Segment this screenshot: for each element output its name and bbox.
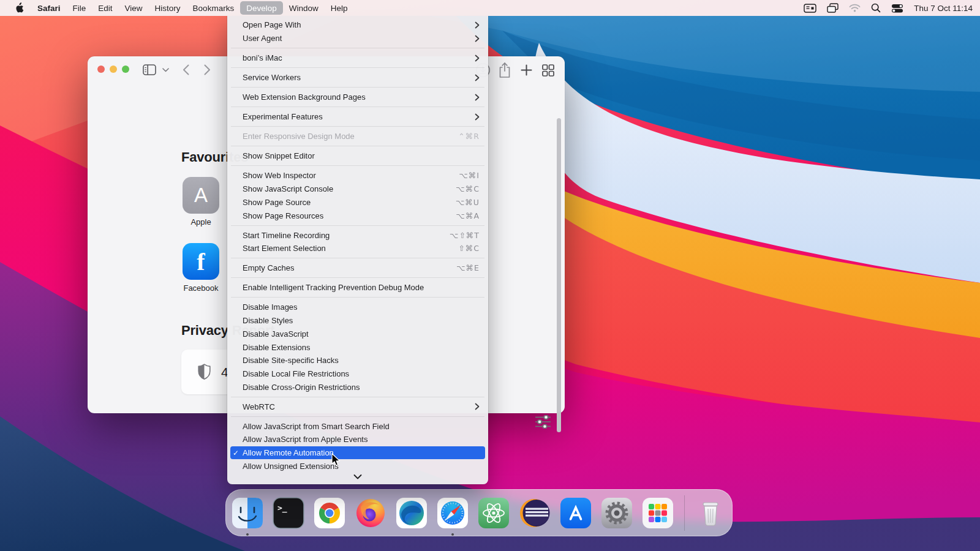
menu-item-disable-styles[interactable]: Disable Styles	[227, 314, 488, 328]
window-close-button[interactable]	[97, 66, 105, 73]
menu-item-label: Enter Responsive Design Mode	[243, 132, 355, 141]
menubar-item-bookmarks[interactable]: Bookmarks	[187, 1, 241, 15]
tab-overview-button-icon[interactable]	[542, 64, 554, 77]
menubar-item-help[interactable]: Help	[325, 1, 354, 15]
menu-item-allow-unsigned-extensions[interactable]: Allow Unsigned Extensions	[227, 459, 488, 473]
dock-finder-icon[interactable]	[230, 495, 265, 530]
menu-bar-left: SafariFileEditViewHistoryBookmarksDevelo…	[0, 0, 353, 16]
apple-menu[interactable]	[7, 0, 31, 16]
menu-item-show-web-inspector[interactable]: Show Web Inspector⌥⌘I	[227, 169, 488, 182]
menu-item-start-element-selection[interactable]: Start Element Selection⇧⌘C	[227, 242, 488, 255]
submenu-arrow-icon	[475, 35, 480, 42]
dock-firefox-icon[interactable]	[353, 495, 388, 530]
dock-trash-icon[interactable]	[693, 495, 728, 530]
window-minimize-button[interactable]	[110, 66, 117, 73]
menu-item-webrtc[interactable]: WebRTC	[227, 400, 488, 413]
apple-favicon[interactable]: A	[183, 177, 219, 214]
menu-item-label: Empty Caches	[243, 263, 295, 272]
menu-item-boni-s-imac[interactable]: boni’s iMac	[227, 51, 488, 65]
menu-item-allow-javascript-from-apple-events[interactable]: Allow JavaScript from Apple Events	[227, 433, 488, 446]
dock-terminal-icon[interactable]: >_	[271, 495, 306, 530]
menu-item-user-agent[interactable]: User Agent	[227, 32, 488, 45]
customize-start-page-icon[interactable]	[535, 415, 551, 429]
back-button-icon[interactable]	[183, 64, 189, 75]
menu-separator	[231, 397, 484, 397]
finder-app-icon	[230, 496, 265, 530]
window-zoom-button[interactable]	[122, 66, 129, 73]
control-center-icon[interactable]	[891, 4, 903, 13]
menu-item-allow-remote-automation[interactable]: ✓Allow Remote Automation	[230, 446, 485, 460]
favourite-label: Facebook	[183, 283, 219, 293]
trash-app-icon	[693, 496, 728, 530]
wifi-icon[interactable]	[849, 4, 861, 12]
menu-item-experimental-features[interactable]: Experimental Features	[227, 110, 488, 124]
menu-item-shortcut: ⌥⌘A	[456, 211, 480, 220]
submenu-arrow	[475, 54, 480, 62]
menu-item-enable-intelligent-tracking-prevention-debug-mode[interactable]: Enable Intelligent Tracking Prevention D…	[227, 281, 488, 294]
chrome-app-icon	[312, 496, 347, 530]
menu-item-show-javascript-console[interactable]: Show JavaScript Console⌥⌘C	[227, 182, 488, 196]
forward-button-icon[interactable]	[204, 64, 211, 75]
dock-system-preferences-icon[interactable]	[600, 495, 635, 530]
privacy-shield-icon	[197, 364, 211, 380]
menubar-item-window[interactable]: Window	[283, 1, 325, 15]
display-mirroring-icon[interactable]	[827, 3, 839, 13]
menu-item-show-snippet-editor[interactable]: Show Snippet Editor	[227, 149, 488, 163]
submenu-arrow-icon	[475, 74, 480, 81]
menubar-item-view[interactable]: View	[119, 1, 149, 15]
new-tab-button-icon[interactable]	[521, 64, 532, 76]
spotlight-icon[interactable]	[871, 3, 881, 13]
menu-item-disable-images[interactable]: Disable Images	[227, 301, 488, 314]
sidebar-chevron-icon[interactable]	[162, 68, 169, 72]
mouse-cursor	[331, 453, 341, 467]
share-button-icon[interactable]	[498, 62, 511, 78]
menu-item-open-page-with[interactable]: Open Page With	[227, 18, 488, 32]
menu-separator	[231, 87, 484, 88]
menu-item-start-timeline-recording[interactable]: Start Timeline Recording⌥⇧⌘T	[227, 228, 488, 242]
favourite-label: Apple	[183, 217, 219, 227]
menu-separator	[231, 146, 484, 146]
dock-chrome-icon[interactable]	[312, 495, 347, 530]
running-indicator	[451, 533, 454, 536]
dock-atom-icon[interactable]	[477, 495, 511, 530]
facebook-favicon[interactable]: f	[183, 243, 219, 280]
menu-item-service-workers[interactable]: Service Workers	[227, 71, 488, 84]
menu-scroll-more[interactable]	[227, 473, 488, 481]
menu-item-allow-javascript-from-smart-search-field[interactable]: Allow JavaScript from Smart Search Field	[227, 419, 488, 433]
menu-item-disable-cross-origin-restrictions[interactable]: Disable Cross-Origin Restrictions	[227, 380, 488, 394]
dock-app-store-icon[interactable]	[559, 495, 594, 530]
sidebar-toggle-icon[interactable]	[143, 64, 156, 75]
menu-item-label: Enable Intelligent Tracking Prevention D…	[243, 283, 424, 292]
dock-launchpad-icon[interactable]	[641, 495, 676, 530]
menubar-item-safari[interactable]: Safari	[31, 1, 67, 15]
menu-separator	[231, 297, 484, 298]
menu-item-disable-extensions[interactable]: Disable Extensions	[227, 340, 488, 354]
menu-bar-clock[interactable]: Thu 7 Oct 11:14	[914, 4, 973, 13]
dock-edge-icon[interactable]	[394, 495, 429, 530]
menu-item-label: Allow JavaScript from Apple Events	[243, 435, 368, 444]
dock-safari-icon[interactable]	[435, 495, 470, 530]
menubar-item-develop[interactable]: Develop	[240, 1, 283, 15]
menu-item-disable-javascript[interactable]: Disable JavaScript	[227, 328, 488, 341]
menubar-item-history[interactable]: History	[149, 1, 187, 15]
dock-eclipse-icon[interactable]	[518, 495, 552, 530]
menu-item-label: Allow JavaScript from Smart Search Field	[243, 422, 390, 431]
window-scrollbar[interactable]	[557, 118, 561, 432]
dock-divider	[684, 495, 685, 531]
menu-item-web-extension-background-pages[interactable]: Web Extension Background Pages	[227, 91, 488, 104]
submenu-arrow-icon	[475, 94, 480, 101]
submenu-arrow	[475, 113, 480, 121]
menu-item-show-page-resources[interactable]: Show Page Resources⌥⌘A	[227, 209, 488, 222]
submenu-arrow	[475, 94, 480, 101]
menu-item-label: User Agent	[243, 34, 282, 43]
dock: >_	[225, 489, 733, 536]
menubar-item-file[interactable]: File	[67, 1, 92, 15]
menubar-item-edit[interactable]: Edit	[92, 1, 118, 15]
menu-item-empty-caches[interactable]: Empty Caches⌥⌘E	[227, 261, 488, 275]
chevron-down-icon	[353, 474, 362, 479]
input-source-icon[interactable]	[804, 4, 816, 13]
menu-item-disable-site-specific-hacks[interactable]: Disable Site-specific Hacks	[227, 354, 488, 367]
firefox-app-icon	[353, 496, 388, 530]
menu-item-disable-local-file-restrictions[interactable]: Disable Local File Restrictions	[227, 367, 488, 381]
menu-item-show-page-source[interactable]: Show Page Source⌥⌘U	[227, 196, 488, 209]
